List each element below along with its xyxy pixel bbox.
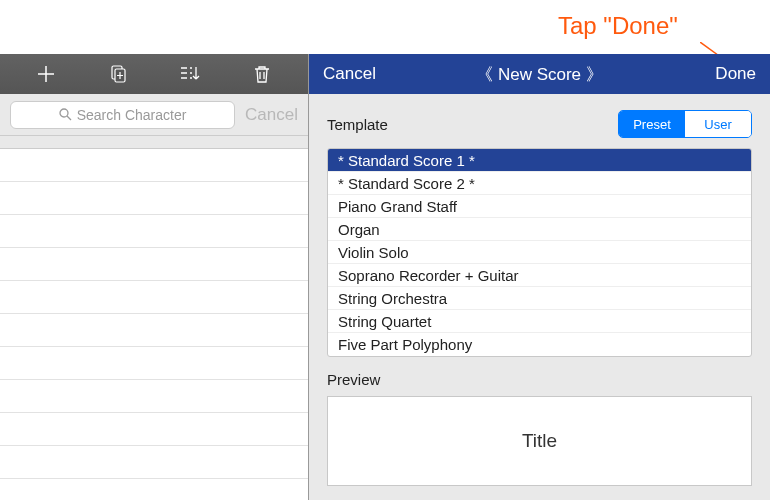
template-row[interactable]: Piano Grand Staff — [328, 195, 751, 218]
template-row[interactable]: String Quartet — [328, 310, 751, 333]
page-title: 《 New Score 》 — [309, 63, 770, 86]
template-row[interactable]: * Standard Score 1 * — [328, 149, 751, 172]
template-row[interactable]: Violin Solo — [328, 241, 751, 264]
annotation-text: Tap "Done" — [558, 12, 678, 40]
template-row[interactable]: * Standard Score 2 * — [328, 172, 751, 195]
done-button[interactable]: Done — [715, 64, 756, 84]
sort-icon[interactable] — [179, 63, 201, 85]
right-panel: Cancel 《 New Score 》 Done Template Prese… — [309, 54, 770, 500]
template-row[interactable]: Organ — [328, 218, 751, 241]
left-toolbar — [0, 54, 308, 94]
add-icon[interactable] — [35, 63, 57, 85]
list-row[interactable] — [0, 149, 308, 182]
search-bar: Search Character Cancel — [0, 94, 308, 136]
list-row[interactable] — [0, 380, 308, 413]
list-row[interactable] — [0, 248, 308, 281]
left-list — [0, 136, 308, 500]
list-row[interactable] — [0, 314, 308, 347]
right-navbar: Cancel 《 New Score 》 Done — [309, 54, 770, 94]
search-input[interactable]: Search Character — [10, 101, 235, 129]
template-list: * Standard Score 1 * * Standard Score 2 … — [327, 148, 752, 357]
svg-point-3 — [190, 67, 192, 69]
list-section-header — [0, 136, 308, 149]
trash-icon[interactable] — [251, 63, 273, 85]
template-segmented: Preset User — [618, 110, 752, 138]
svg-point-6 — [60, 109, 68, 117]
search-placeholder: Search Character — [77, 107, 187, 123]
preview-title: Title — [522, 430, 557, 452]
search-cancel-button[interactable]: Cancel — [245, 105, 298, 125]
list-row[interactable] — [0, 215, 308, 248]
list-row[interactable] — [0, 182, 308, 215]
template-label: Template — [327, 116, 388, 133]
list-row[interactable] — [0, 446, 308, 479]
copy-icon[interactable] — [107, 63, 129, 85]
search-icon — [59, 108, 72, 121]
segment-preset[interactable]: Preset — [619, 111, 685, 137]
template-row[interactable]: Five Part Polyphony — [328, 333, 751, 356]
svg-point-5 — [190, 77, 192, 79]
list-row[interactable] — [0, 413, 308, 446]
list-row[interactable] — [0, 281, 308, 314]
preview-label: Preview — [309, 357, 770, 396]
left-panel: Search Character Cancel — [0, 54, 309, 500]
svg-point-4 — [190, 72, 192, 74]
segment-user[interactable]: User — [685, 111, 751, 137]
template-row[interactable]: Soprano Recorder + Guitar — [328, 264, 751, 287]
template-row[interactable]: String Orchestra — [328, 287, 751, 310]
preview-area: Title — [327, 396, 752, 486]
cancel-button[interactable]: Cancel — [323, 64, 376, 84]
list-row[interactable] — [0, 347, 308, 380]
